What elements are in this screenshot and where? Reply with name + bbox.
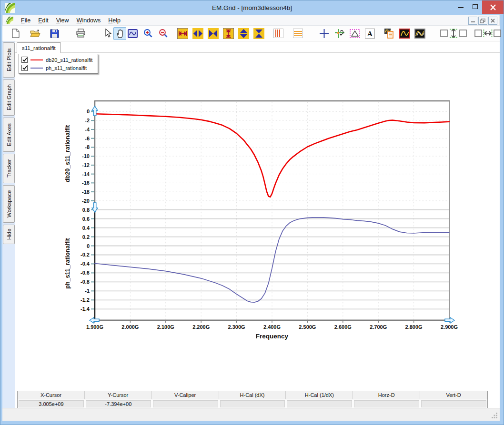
svg-text:-1: -1: [85, 288, 90, 294]
pan-hand-button[interactable]: [113, 27, 126, 40]
sidebar-item-edit-axes[interactable]: Edit Axes: [3, 118, 15, 152]
app-window: EM.Grid - [mom3dlesson4b] File Edit View…: [0, 0, 504, 425]
menu-bar: File Edit View Windows Help: [2, 15, 500, 26]
sidebar-item-edit-plots[interactable]: Edit Plots: [3, 42, 15, 78]
status-header-row: X-Cursor Y-Cursor V-Caliper H-Cal (dX) H…: [18, 391, 487, 399]
legend-checkbox-ph[interactable]: [21, 65, 28, 71]
window-title: EM.Grid - [mom3dlesson4b]: [0, 4, 504, 11]
crosshair-button[interactable]: [318, 27, 331, 40]
svg-text:0: 0: [87, 243, 90, 249]
status-value-vert-d: [421, 400, 486, 407]
status-col-hcal-dx: H-Cal (dX): [219, 391, 286, 399]
child-close-button[interactable]: [488, 17, 497, 25]
legend-checkbox-db20[interactable]: [21, 57, 28, 63]
svg-text:-20: -20: [82, 198, 90, 204]
minimize-icon: [458, 7, 464, 8]
minimize-button[interactable]: [454, 0, 468, 11]
expand-x-full-icon: [177, 28, 188, 39]
tab-bar: s11_rationalfit: [15, 41, 500, 53]
status-value-horz-d: [354, 400, 419, 407]
arrows-out-x-icon: [192, 28, 203, 39]
menu-edit[interactable]: Edit: [34, 16, 52, 25]
svg-text:-10: -10: [82, 153, 90, 159]
chart-plot-area: 0-2-4-6-8-10-12-14-16-18-20db20_s11_rati…: [58, 96, 463, 348]
align-vertical-button[interactable]: [440, 27, 467, 40]
axis-drag-handle: [92, 203, 98, 212]
menu-help[interactable]: Help: [104, 16, 124, 25]
horizontal-markers-button[interactable]: [292, 27, 304, 40]
arrows-in-x-button[interactable]: [207, 27, 220, 40]
crosshair-icon: [319, 29, 329, 39]
arrows-in-y-icon: [253, 28, 264, 39]
svg-text:2.300G: 2.300G: [228, 324, 245, 330]
sidebar-item-tracker[interactable]: Tracker: [3, 154, 15, 183]
shape-annotation-icon: [350, 29, 360, 39]
save-file-button[interactable]: [48, 27, 61, 40]
svg-text:2.400G: 2.400G: [263, 324, 281, 330]
save-file-icon: [50, 29, 59, 38]
new-file-icon: [11, 29, 20, 38]
zoom-out-icon: [158, 29, 168, 39]
status-value-y-cursor: -7.394e+00: [86, 400, 151, 407]
tab-s11-rationalfit[interactable]: s11_rationalfit: [17, 42, 61, 53]
align-horizontal-button[interactable]: [474, 27, 502, 40]
single-trace-window-button[interactable]: [398, 27, 411, 40]
svg-text:-14: -14: [82, 171, 90, 177]
new-file-button[interactable]: [9, 27, 22, 40]
multi-trace-window-button[interactable]: [413, 27, 426, 40]
maximize-button[interactable]: [468, 0, 482, 11]
menu-windows[interactable]: Windows: [73, 16, 105, 25]
arrows-out-x-button[interactable]: [192, 27, 204, 40]
status-value-hcal-1dx: [287, 400, 352, 407]
zoom-region-button[interactable]: [126, 27, 139, 40]
axes-tracker-icon: [334, 29, 345, 39]
sidebar-item-workspace[interactable]: Workspace: [3, 185, 15, 223]
shape-annotation-button[interactable]: [348, 27, 361, 40]
svg-text:2.500G: 2.500G: [299, 324, 316, 330]
close-icon: [490, 4, 496, 10]
child-restore-button[interactable]: [478, 17, 487, 25]
svg-text:0.8: 0.8: [82, 207, 90, 213]
svg-text:0: 0: [87, 109, 90, 114]
legend-line-sample-ph: [30, 68, 43, 69]
axes-tracker-button[interactable]: [333, 27, 346, 40]
zoom-in-button[interactable]: [141, 27, 154, 40]
svg-text:-6: -6: [85, 136, 90, 141]
arrows-in-y-button[interactable]: [252, 27, 265, 40]
legend-entry: ph_s11_rationalfit: [21, 64, 95, 72]
sidebar-item-edit-graph[interactable]: Edit Graph: [3, 79, 15, 116]
expand-y-full-icon: [223, 28, 234, 39]
svg-text:-0.4: -0.4: [81, 261, 90, 267]
close-button[interactable]: [482, 0, 504, 14]
svg-text:0.2: 0.2: [82, 234, 90, 240]
menu-file[interactable]: File: [17, 16, 34, 25]
open-file-button[interactable]: [29, 27, 41, 40]
svg-text:2.700G: 2.700G: [370, 324, 387, 330]
open-file-icon: [30, 29, 40, 38]
legend-box: db20_s11_rationalfit ph_s11_rationalfit: [19, 54, 98, 74]
menu-view[interactable]: View: [52, 16, 73, 25]
text-annotation-button[interactable]: A: [363, 27, 376, 40]
title-bar: EM.Grid - [mom3dlesson4b]: [0, 0, 504, 15]
check-icon: [22, 66, 27, 70]
svg-text:2.800G: 2.800G: [405, 324, 423, 330]
select-cursor-button[interactable]: [101, 27, 113, 40]
print-button[interactable]: [74, 27, 87, 40]
arrows-out-y-button[interactable]: [237, 27, 250, 40]
status-col-x-cursor: X-Cursor: [18, 391, 85, 399]
check-icon: [22, 58, 27, 62]
child-restore-icon: [480, 19, 485, 23]
expand-y-full-button[interactable]: [222, 27, 235, 40]
zoom-out-button[interactable]: [157, 27, 170, 40]
child-close-icon: [491, 19, 495, 23]
align-horizontal-icon: [474, 29, 501, 38]
sidebar-item-hide[interactable]: Hide: [3, 225, 15, 244]
vertical-markers-button[interactable]: [272, 27, 285, 40]
status-col-y-cursor: Y-Cursor: [85, 391, 152, 399]
svg-text:-0.6: -0.6: [81, 270, 90, 276]
status-value-hcal-dx: [220, 400, 285, 407]
legend-panel-button[interactable]: [383, 27, 396, 40]
expand-x-full-button[interactable]: [176, 27, 189, 40]
resize-grip[interactable]: [491, 412, 498, 419]
child-minimize-button[interactable]: [468, 17, 477, 25]
